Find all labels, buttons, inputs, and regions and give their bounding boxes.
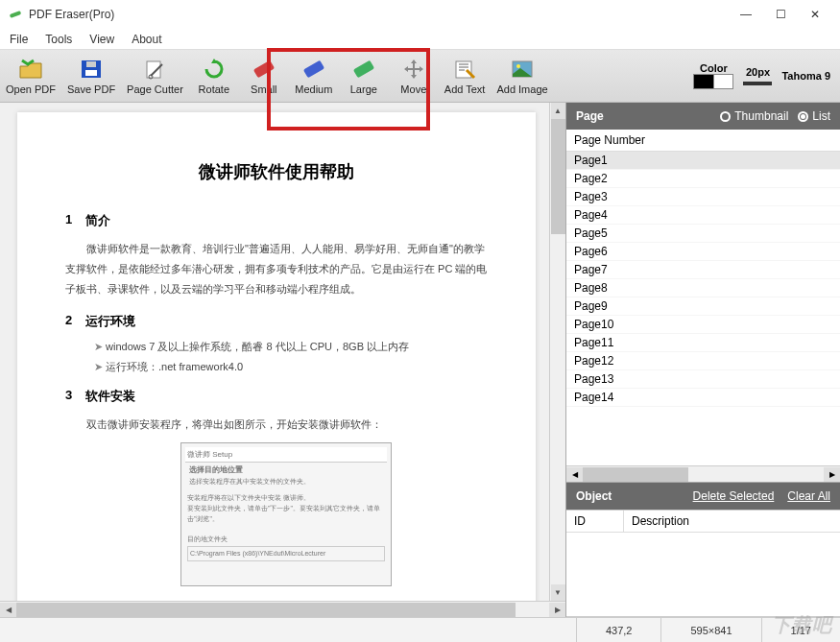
doc-horizontal-scrollbar[interactable]: ◀ ▶ — [0, 601, 565, 617]
add-text-button[interactable]: Add Text — [439, 50, 492, 102]
status-dims: 595×841 — [660, 618, 760, 642]
minimize-button[interactable]: — — [729, 1, 763, 28]
page-list-body[interactable]: Page1Page2Page3Page4Page5Page6Page7Page8… — [566, 152, 840, 465]
page-list-header[interactable]: Page Number — [566, 130, 840, 152]
eraser-large-button[interactable]: Large — [339, 50, 389, 102]
embedded-dialog-image: 微讲师 Setup 选择目的地位置 选择安装程序在其中安装文件的文件夹。 安装程… — [180, 442, 392, 586]
size-selector[interactable]: 20px — [743, 66, 772, 85]
color-picker[interactable]: Color — [693, 62, 733, 89]
svg-rect-2 — [85, 70, 97, 76]
page-row[interactable]: Page9 — [566, 297, 840, 316]
swatch-black — [694, 75, 713, 88]
page-row[interactable]: Page1 — [566, 152, 840, 170]
cutter-icon — [141, 57, 168, 82]
app-icon — [8, 7, 23, 22]
menubar: File Tools View About — [0, 29, 840, 50]
page-row[interactable]: Page6 — [566, 243, 840, 261]
move-button[interactable]: Move — [389, 50, 439, 102]
page-row[interactable]: Page10 — [566, 316, 840, 334]
object-table: ID Description — [566, 510, 840, 617]
swatch-white — [713, 75, 732, 88]
document-area: 微讲师软件使用帮助 1简介 微讲师软件是一款教育、培训行业"普遍适用、人人能用、… — [0, 103, 565, 617]
thumbnail-radio[interactable]: Thumbnail — [720, 109, 788, 123]
page-list-scrollbar[interactable]: ◀▶ — [566, 465, 840, 482]
menu-about[interactable]: About — [132, 33, 161, 46]
menu-view[interactable]: View — [89, 33, 114, 46]
pdf-page: 微讲师软件使用帮助 1简介 微讲师软件是一款教育、培训行业"普遍适用、人人能用、… — [17, 112, 536, 601]
doc-vertical-scrollbar[interactable]: ▲ ▼ — [549, 103, 565, 601]
menu-tools[interactable]: Tools — [45, 33, 72, 46]
side-panel: Page Thumbnail List Page Number Page1Pag… — [565, 103, 840, 617]
add-text-icon — [451, 57, 478, 82]
page-row[interactable]: Page12 — [566, 352, 840, 370]
eraser-medium-button[interactable]: Medium — [289, 50, 339, 102]
list-radio[interactable]: List — [798, 109, 830, 123]
move-icon — [400, 57, 427, 82]
page-row[interactable]: Page4 — [566, 206, 840, 225]
svg-rect-0 — [10, 11, 22, 18]
rotate-button[interactable]: Rotate — [189, 50, 239, 102]
page-cutter-button[interactable]: Page Cutter — [121, 50, 189, 102]
page-row[interactable]: Page2 — [566, 170, 840, 188]
titlebar: PDF Eraser(Pro) — ☐ ✕ — [0, 0, 840, 29]
object-table-body[interactable] — [566, 533, 840, 617]
size-line-icon — [743, 82, 772, 85]
page-panel-header: Page Thumbnail List — [566, 103, 840, 130]
rotate-icon — [201, 57, 228, 82]
page-row[interactable]: Page7 — [566, 261, 840, 279]
statusbar: 437,2 595×841 1/17 — [0, 617, 840, 642]
document-viewport[interactable]: 微讲师软件使用帮助 1简介 微讲师软件是一款教育、培训行业"普遍适用、人人能用、… — [0, 103, 549, 601]
delete-selected-link[interactable]: Delete Selected — [693, 489, 775, 503]
maximize-button[interactable]: ☐ — [763, 1, 798, 28]
eraser-small-button[interactable]: Small — [239, 50, 289, 102]
window-title: PDF Eraser(Pro) — [29, 8, 729, 21]
object-col-desc[interactable]: Description — [624, 511, 697, 532]
page-row[interactable]: Page13 — [566, 370, 840, 389]
doc-heading: 微讲师软件使用帮助 — [65, 160, 488, 183]
page-list: Page Number Page1Page2Page3Page4Page5Pag… — [566, 130, 840, 483]
scroll-left-icon[interactable]: ◀ — [0, 603, 16, 617]
toolbar: Open PDF Save PDF Page Cutter Rotate Sma… — [0, 50, 840, 103]
object-col-id[interactable]: ID — [566, 511, 624, 532]
scroll-down-icon[interactable]: ▼ — [551, 584, 565, 601]
page-row[interactable]: Page8 — [566, 279, 840, 297]
add-image-icon — [509, 57, 536, 82]
status-page: 1/17 — [761, 618, 840, 642]
close-button[interactable]: ✕ — [798, 1, 832, 28]
clear-all-link[interactable]: Clear All — [787, 489, 830, 503]
scroll-up-icon[interactable]: ▲ — [551, 103, 565, 119]
object-panel-header: Object Delete Selected Clear All — [566, 483, 840, 510]
menu-file[interactable]: File — [10, 33, 28, 46]
eraser-small-icon — [251, 57, 277, 82]
page-row[interactable]: Page5 — [566, 225, 840, 243]
svg-rect-3 — [86, 61, 96, 67]
eraser-large-icon — [350, 57, 377, 82]
save-icon — [78, 57, 105, 82]
save-pdf-button[interactable]: Save PDF — [61, 50, 121, 102]
page-row[interactable]: Page14 — [566, 389, 840, 407]
page-row[interactable]: Page11 — [566, 334, 840, 352]
add-image-button[interactable]: Add Image — [491, 50, 553, 102]
svg-point-8 — [516, 64, 520, 68]
page-row[interactable]: Page3 — [566, 188, 840, 206]
eraser-medium-icon — [300, 57, 327, 82]
open-icon — [17, 57, 44, 82]
status-coords: 437,2 — [576, 618, 661, 642]
open-pdf-button[interactable]: Open PDF — [0, 50, 61, 102]
font-selector[interactable]: Tahoma 9 — [781, 70, 830, 82]
scroll-right-icon[interactable]: ▶ — [549, 603, 565, 617]
